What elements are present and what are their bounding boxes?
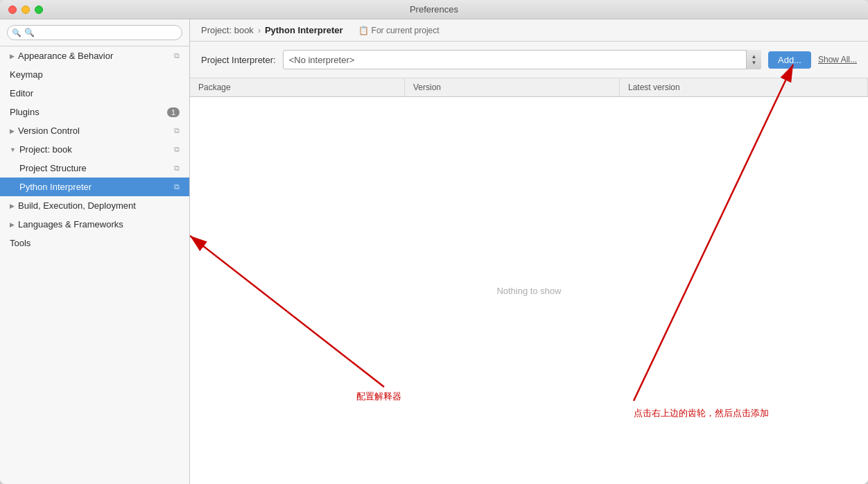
- th-package: Package: [190, 78, 405, 96]
- for-current-project: 📋 For current project: [358, 26, 440, 35]
- sidebar-item-appearance-behavior[interactable]: ▶ Appearance & Behavior ⧉: [0, 46, 189, 65]
- sidebar-item-version-control[interactable]: ▶ Version Control ⧉: [0, 121, 189, 140]
- breadcrumb-current: Python Interpreter: [265, 25, 343, 35]
- expand-icon: ▶: [10, 202, 15, 209]
- sidebar-item-label: Editor: [10, 88, 33, 98]
- sidebar-nav: ▶ Appearance & Behavior ⧉ Keymap Editor: [0, 46, 189, 484]
- copy-icon: ⧉: [174, 126, 180, 135]
- sidebar-item-python-interpreter[interactable]: Python Interpreter ⧉: [0, 178, 189, 196]
- sidebar-item-label: Project Structure: [19, 163, 87, 173]
- copy-icon: ⧉: [174, 145, 180, 154]
- sidebar-item-label: Plugins: [10, 107, 40, 117]
- sidebar-item-label: Build, Execution, Deployment: [18, 200, 136, 211]
- sidebar-item-label: Appearance & Behavior: [18, 51, 113, 61]
- expand-icon: ▶: [10, 53, 15, 60]
- copy-icon: ⧉: [174, 182, 180, 191]
- expand-icon: ▶: [10, 221, 15, 228]
- copy-icon: ⧉: [174, 164, 180, 173]
- breadcrumb-bar: Project: book › Python Interpreter 📋 For…: [190, 19, 868, 42]
- sidebar-item-keymap[interactable]: Keymap: [0, 65, 189, 84]
- search-container: 🔍: [0, 19, 189, 46]
- select-arrows-icon: ▲ ▼: [746, 50, 761, 69]
- search-icon: 🔍: [12, 28, 21, 37]
- empty-message: Nothing to show: [496, 286, 561, 296]
- sidebar-item-label: Tools: [10, 238, 31, 248]
- show-all-link[interactable]: Show All...: [818, 55, 857, 64]
- table-header: Package Version Latest version: [190, 78, 868, 97]
- sidebar-item-project-book[interactable]: ▼ Project: book ⧉: [0, 140, 189, 159]
- plugins-badge: 1: [167, 107, 180, 117]
- add-button[interactable]: Add...: [768, 51, 811, 69]
- sidebar-item-build-execution-deployment[interactable]: ▶ Build, Execution, Deployment: [0, 196, 189, 215]
- copy-icon: ⧉: [174, 51, 180, 60]
- sidebar-item-label: Python Interpreter: [19, 182, 92, 192]
- breadcrumb-separator: ›: [258, 26, 261, 35]
- interpreter-select[interactable]: <No interpreter>: [283, 50, 761, 69]
- minimize-button[interactable]: [21, 6, 30, 14]
- interpreter-select-wrapper: <No interpreter> ▲ ▼: [283, 50, 761, 69]
- interpreter-label: Project Interpreter:: [201, 55, 276, 65]
- traffic-lights: [8, 6, 43, 14]
- sidebar-item-editor[interactable]: Editor: [0, 84, 189, 103]
- th-latest-version: Latest version: [620, 78, 868, 96]
- expand-icon: ▶: [10, 128, 15, 135]
- sidebar-item-label: Languages & Frameworks: [18, 219, 123, 230]
- sidebar-item-tools[interactable]: Tools: [0, 234, 189, 252]
- right-panel: Project: book › Python Interpreter 📋 For…: [190, 19, 868, 484]
- maximize-button[interactable]: [35, 6, 43, 14]
- clipboard-icon: 📋: [358, 26, 369, 35]
- titlebar: Preferences: [0, 0, 868, 19]
- interpreter-row: Project Interpreter: <No interpreter> ▲ …: [190, 42, 868, 78]
- search-input[interactable]: [7, 25, 182, 40]
- breadcrumb-project: Project: book: [201, 25, 254, 35]
- sidebar-item-plugins[interactable]: Plugins 1: [0, 103, 189, 121]
- sidebar-item-label: Project: book: [19, 144, 72, 155]
- sidebar-item-languages-frameworks[interactable]: ▶ Languages & Frameworks: [0, 215, 189, 234]
- sidebar-item-label: Version Control: [18, 126, 80, 136]
- packages-table: Package Version Latest version Nothing t…: [190, 78, 868, 484]
- sidebar-item-label: Keymap: [10, 69, 43, 80]
- sidebar: 🔍 ▶ Appearance & Behavior ⧉ Keymap: [0, 19, 190, 484]
- sidebar-item-project-structure[interactable]: Project Structure ⧉: [0, 159, 189, 178]
- th-version: Version: [405, 78, 620, 96]
- expand-icon: ▼: [10, 146, 16, 153]
- table-body: Nothing to show: [190, 97, 868, 484]
- close-button[interactable]: [8, 6, 17, 14]
- window-title: Preferences: [410, 4, 458, 15]
- for-current-project-label: For current project: [372, 26, 440, 35]
